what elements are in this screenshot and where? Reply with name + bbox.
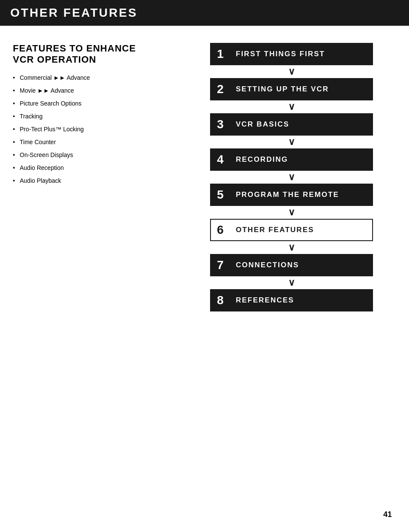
nav-number: 6 bbox=[217, 224, 230, 236]
nav-step: 1FIRST THINGS FIRST bbox=[210, 43, 373, 65]
nav-step: 2SETTING UP THE VCR bbox=[210, 78, 373, 100]
nav-label: REFERENCES bbox=[236, 296, 294, 305]
nav-box-0: 1FIRST THINGS FIRST bbox=[210, 43, 373, 65]
arrow-down-icon: ∨ bbox=[210, 241, 373, 254]
nav-box-3: 4RECORDING bbox=[210, 148, 373, 171]
section-title: FEATURES TO ENHANCE VCR OPERATION bbox=[13, 43, 193, 66]
nav-box-1: 2SETTING UP THE VCR bbox=[210, 78, 373, 100]
nav-step: 3VCR BASICS bbox=[210, 113, 373, 136]
nav-number: 3 bbox=[217, 118, 230, 130]
nav-label: RECORDING bbox=[236, 155, 288, 164]
arrow-down-icon: ∨ bbox=[210, 65, 373, 78]
nav-number: 4 bbox=[217, 154, 230, 166]
arrow-down-icon: ∨ bbox=[210, 171, 373, 184]
nav-label: SETTING UP THE VCR bbox=[236, 85, 329, 94]
nav-label: PROGRAM THE REMOTE bbox=[236, 190, 339, 199]
page-title: OTHER FEATURES bbox=[10, 6, 399, 20]
nav-box-5: 6OTHER FEATURES bbox=[210, 219, 373, 241]
main-content: FEATURES TO ENHANCE VCR OPERATION Commer… bbox=[0, 43, 409, 311]
nav-number: 7 bbox=[217, 259, 230, 271]
nav-label: CONNECTIONS bbox=[236, 261, 299, 269]
right-column: 1FIRST THINGS FIRST∨2SETTING UP THE VCR∨… bbox=[210, 43, 373, 311]
list-item: Commercial ►► Advance bbox=[13, 74, 193, 81]
nav-box-6: 7CONNECTIONS bbox=[210, 254, 373, 276]
list-item: Time Counter bbox=[13, 139, 193, 145]
nav-step: 7CONNECTIONS bbox=[210, 254, 373, 276]
nav-step: 6OTHER FEATURES bbox=[210, 219, 373, 241]
nav-step: 4RECORDING bbox=[210, 148, 373, 171]
nav-box-2: 3VCR BASICS bbox=[210, 113, 373, 136]
nav-step: 5PROGRAM THE REMOTE bbox=[210, 184, 373, 206]
list-item: On-Screen Displays bbox=[13, 151, 193, 158]
nav-box-4: 5PROGRAM THE REMOTE bbox=[210, 184, 373, 206]
nav-label: OTHER FEATURES bbox=[236, 226, 314, 234]
list-item: Picture Search Options bbox=[13, 100, 193, 107]
arrow-down-icon: ∨ bbox=[210, 206, 373, 219]
list-item: Tracking bbox=[13, 113, 193, 120]
left-column: FEATURES TO ENHANCE VCR OPERATION Commer… bbox=[13, 43, 193, 311]
nav-number: 5 bbox=[217, 189, 230, 201]
arrow-down-icon: ∨ bbox=[210, 100, 373, 113]
list-item: Audio Playback bbox=[13, 177, 193, 184]
feature-list: Commercial ►► AdvanceMovie ►► AdvancePic… bbox=[13, 74, 193, 184]
list-item: Movie ►► Advance bbox=[13, 87, 193, 94]
nav-step: 8REFERENCES bbox=[210, 289, 373, 311]
nav-number: 2 bbox=[217, 83, 230, 95]
nav-label: VCR BASICS bbox=[236, 120, 289, 129]
arrow-down-icon: ∨ bbox=[210, 276, 373, 289]
arrow-down-icon: ∨ bbox=[210, 136, 373, 148]
page-number: 41 bbox=[383, 510, 392, 519]
list-item: Audio Reception bbox=[13, 164, 193, 171]
nav-label: FIRST THINGS FIRST bbox=[236, 50, 325, 58]
nav-number: 1 bbox=[217, 48, 230, 60]
page-header: OTHER FEATURES bbox=[0, 0, 409, 26]
list-item: Pro-Tect Plus™ Locking bbox=[13, 126, 193, 133]
nav-number: 8 bbox=[217, 294, 230, 306]
nav-box-7: 8REFERENCES bbox=[210, 289, 373, 311]
